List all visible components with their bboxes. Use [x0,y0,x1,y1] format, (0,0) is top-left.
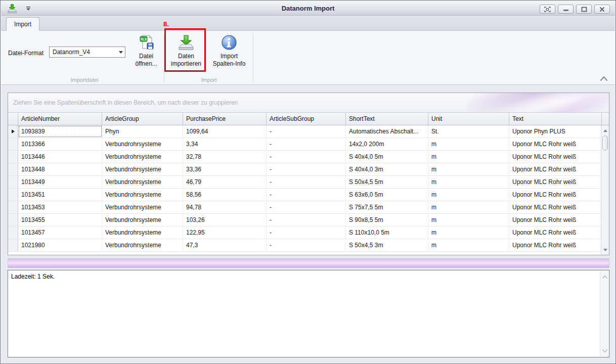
cell-ArticleSubGroup[interactable]: - [267,214,346,226]
cell-Text[interactable]: Uponor MLC Rohr weiß [509,201,602,213]
table-row[interactable]: 1013457Verbundrohrsysteme122,95-S 110x10… [8,226,609,239]
cell-Unit[interactable]: m [428,226,509,239]
cell-ArticleNumber[interactable]: 1093839 [18,125,102,138]
cell-ArticleNumber[interactable]: 1021980 [18,239,102,251]
cell-ArticleNumber[interactable]: 1013455 [18,214,102,226]
table-row[interactable]: 1013451Verbundrohrsysteme58,56-S 63x6,0 … [8,189,609,201]
maximize-button[interactable] [576,5,592,14]
minimize-button[interactable] [558,5,574,14]
cell-ArticleNumber[interactable]: 1013457 [18,226,102,239]
table-row[interactable]: 1013448Verbundrohrsysteme33,36-S 40x4,0 … [8,163,609,176]
scroll-up-button[interactable] [601,126,609,134]
cell-ShortText[interactable]: 14x2,0 200m [346,138,428,150]
scroll-down-button[interactable] [601,246,609,254]
cell-ArticleGroup[interactable]: Phyn [102,125,183,138]
cell-Unit[interactable]: St. [428,125,509,138]
cell-PurchasePrice[interactable]: 3,34 [183,138,267,150]
cell-Unit[interactable]: m [428,163,509,175]
file-format-combobox[interactable]: Datanorm_V4 [49,47,125,58]
table-row[interactable]: 1013453Verbundrohrsysteme94,78-S 75x7,5 … [8,201,609,214]
cell-ShortText[interactable]: S 75x7,5 5m [346,201,428,213]
scrollbar-thumb[interactable] [602,135,608,151]
cell-ArticleSubGroup[interactable]: - [267,226,346,239]
cell-ShortText[interactable]: S 40x4,0 5m [346,151,428,163]
cell-Text[interactable]: Uponor MLC Rohr weiß [509,189,602,201]
cell-ArticleNumber[interactable]: 1013446 [18,151,102,163]
tab-import[interactable]: Import [6,17,39,31]
table-row[interactable]: 1013366Verbundrohrsysteme3,34-14x2,0 200… [8,138,609,151]
cell-Unit[interactable]: m [428,201,509,213]
cell-PurchasePrice[interactable]: 33,36 [183,163,267,175]
cell-PurchasePrice[interactable]: 32,78 [183,151,267,163]
cell-Text[interactable]: Uponor MLC Rohr weiß [509,176,602,188]
cell-ArticleGroup[interactable]: Verbundrohrsysteme [102,138,183,150]
cell-Text[interactable]: Uponor Phyn PLUS [509,125,602,138]
cell-ShortText[interactable]: S 50x4,5 5m [346,176,428,188]
cell-ShortText[interactable]: Automatisches Abschalt... [346,125,428,138]
cell-Text[interactable]: Uponor MLC Rohr weiß [509,226,602,239]
column-header-ArticleGroup[interactable]: ArticleGroup [102,113,183,125]
table-row[interactable]: 1021980Verbundrohrsysteme47,3-S 50x4,5 3… [8,239,609,252]
scroll-down-button[interactable] [601,347,608,354]
cell-Text[interactable]: Uponor MLC Rohr weiß [509,239,602,251]
cell-Unit[interactable]: m [428,138,509,150]
cell-PurchasePrice[interactable]: 103,26 [183,214,267,226]
column-header-ArticleSubGroup[interactable]: ArticleSubGroup [267,113,346,125]
cell-ArticleNumber[interactable]: 1013451 [18,189,102,201]
cell-ShortText[interactable]: S 110x10,0 5m [346,226,428,239]
open-file-button[interactable]: XLS Datei öffnen... [128,32,164,77]
cell-ArticleGroup[interactable]: Verbundrohrsysteme [102,201,183,213]
cell-ArticleNumber[interactable]: 1013453 [18,201,102,213]
import-data-button[interactable]: Daten importieren [167,32,205,77]
cell-ShortText[interactable]: S 40x4,0 3m [346,163,428,175]
cell-ArticleGroup[interactable]: Verbundrohrsysteme [102,189,183,201]
fit-window-button[interactable] [540,5,555,14]
cell-ArticleSubGroup[interactable]: - [267,201,346,213]
cell-PurchasePrice[interactable]: 46,79 [183,176,267,188]
cell-ArticleSubGroup[interactable]: - [267,189,346,201]
import-column-info-button[interactable]: Import Spalten-Info [207,32,251,77]
group-by-panel[interactable]: Ziehen Sie eine Spaltenüberschrift in di… [8,93,609,113]
cell-Text[interactable]: Uponor MLC Rohr weiß [509,151,602,163]
cell-PurchasePrice[interactable]: 1099,64 [183,125,267,138]
chevron-up-icon[interactable] [600,75,608,82]
log-vertical-scrollbar[interactable] [600,271,608,356]
cell-ShortText[interactable]: S 63x6,0 5m [346,189,428,201]
grid-vertical-scrollbar[interactable] [601,125,609,255]
cell-ArticleGroup[interactable]: Verbundrohrsysteme [102,163,183,175]
cell-Text[interactable]: Uponor MLC Rohr weiß [509,214,602,226]
cell-ArticleGroup[interactable]: Verbundrohrsysteme [102,239,183,251]
cell-PurchasePrice[interactable]: 94,78 [183,201,267,213]
scroll-up-button[interactable] [601,273,608,280]
cell-ArticleNumber[interactable]: 1013366 [18,138,102,150]
log-output-box[interactable]: Ladezeit: 1 Sek. [8,270,609,357]
column-header-Unit[interactable]: Unit [428,113,509,125]
cell-Unit[interactable]: m [428,239,509,251]
column-header-ArticleNumber[interactable]: ArticleNumber [18,113,102,125]
cell-ArticleSubGroup[interactable]: - [267,151,346,163]
cell-ArticleGroup[interactable]: Verbundrohrsysteme [102,176,183,188]
cell-ShortText[interactable]: S 50x4,5 3m [346,239,428,251]
cell-ArticleNumber[interactable]: 1013449 [18,176,102,188]
cell-ArticleSubGroup[interactable]: - [267,138,346,150]
cell-ShortText[interactable]: S 90x8,5 5m [346,214,428,226]
cell-PurchasePrice[interactable]: 47,3 [183,239,267,251]
cell-ArticleNumber[interactable]: 1013448 [18,163,102,175]
table-row[interactable]: 1013455Verbundrohrsysteme103,26-S 90x8,5… [8,214,609,226]
cell-ArticleGroup[interactable]: Verbundrohrsysteme [102,151,183,163]
column-header-ShortText[interactable]: ShortText [346,113,428,125]
cell-ArticleSubGroup[interactable]: - [267,125,346,138]
column-header-Text[interactable]: Text [509,113,602,125]
table-row[interactable]: 1013446Verbundrohrsysteme32,78-S 40x4,0 … [8,151,609,163]
cell-PurchasePrice[interactable]: 122,95 [183,226,267,239]
column-header-PurchasePrice[interactable]: PurchasePrice [183,113,267,125]
cell-Unit[interactable]: m [428,151,509,163]
close-button[interactable] [594,5,610,14]
cell-Text[interactable]: Uponor MLC Rohr weiß [509,138,602,150]
table-row[interactable]: 1013449Verbundrohrsysteme46,79-S 50x4,5 … [8,176,609,189]
cell-Unit[interactable]: m [428,214,509,226]
cell-ArticleSubGroup[interactable]: - [267,163,346,175]
cell-ArticleSubGroup[interactable]: - [267,239,346,251]
cell-ArticleGroup[interactable]: Verbundrohrsysteme [102,214,183,226]
table-row[interactable]: 1093839Phyn1099,64-Automatisches Abschal… [8,125,609,138]
